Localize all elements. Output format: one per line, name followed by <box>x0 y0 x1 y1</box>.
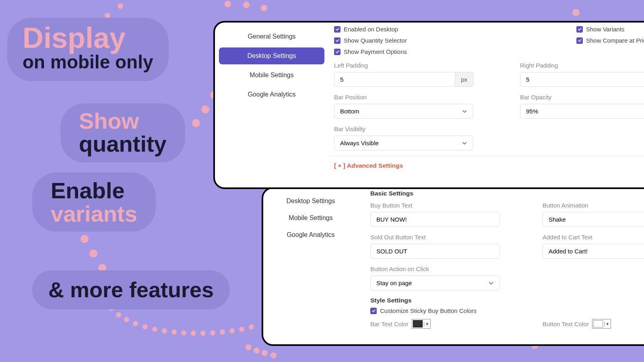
check-icon <box>334 49 341 55</box>
btn-animation-label: Button Animation <box>543 202 644 209</box>
checkbox-show-variants[interactable]: Show Variants <box>576 26 644 33</box>
pill-show-line1: Show <box>79 110 167 132</box>
sold-out-input[interactable]: SOLD OUT <box>370 244 500 259</box>
settings-window-2: Desktop Settings Mobile Settings Google … <box>262 187 644 346</box>
color-swatch <box>593 320 603 327</box>
btn-animation-input[interactable]: Shake <box>543 212 644 227</box>
buy-btn-text-label: Buy Button Text <box>370 202 500 209</box>
advanced-settings-link[interactable]: [ + ] Advanced Settings <box>334 162 644 169</box>
bar-visibility-select[interactable]: Always Visible <box>334 136 473 150</box>
sidebar-1: General Settings Desktop Settings Mobile… <box>215 23 328 105</box>
pill-display-line1: Display <box>23 23 153 52</box>
nav-google-analytics[interactable]: Google Analytics <box>219 86 324 103</box>
right-padding-label: Right Padding <box>520 62 644 69</box>
settings-window-1: General Settings Desktop Settings Mobile… <box>213 21 644 189</box>
bar-opacity-input[interactable]: 95% <box>520 104 644 119</box>
chevron-down-icon <box>462 140 467 146</box>
dropdown-arrow-icon: ▼ <box>604 322 610 326</box>
nav2-desktop[interactable]: Desktop Settings <box>263 193 358 210</box>
nav-mobile[interactable]: Mobile Settings <box>219 67 324 84</box>
left-padding-label: Left Padding <box>334 62 473 69</box>
btn-action-label: Button Action on Click <box>370 265 500 272</box>
check-icon <box>370 308 377 314</box>
chevron-down-icon <box>462 109 467 114</box>
nav2-mobile[interactable]: Mobile Settings <box>263 210 358 226</box>
bar-text-color-picker[interactable]: ▼ <box>412 319 431 329</box>
nav-desktop[interactable]: Desktop Settings <box>219 47 324 64</box>
checkbox-show-quantity[interactable]: Show Quantity Selector <box>334 37 473 44</box>
checkbox-show-compare[interactable]: Show Compare at Price <box>576 37 644 44</box>
btn-text-color-label: Button Text Color <box>543 321 589 327</box>
checkbox-enabled-desktop[interactable]: Enabled on Desktop <box>334 26 473 33</box>
bar-visibility-label: Bar Visibilty <box>334 125 473 132</box>
dropdown-arrow-icon: ▼ <box>424 322 429 326</box>
pill-display-line2: on mobile only <box>23 52 153 72</box>
chevron-down-icon <box>488 280 494 286</box>
sold-out-label: Sold Out Button Text <box>370 234 500 241</box>
added-to-cart-label: Added to Cart Text <box>543 234 644 241</box>
btn-text-color-picker[interactable]: ▼ <box>592 319 611 329</box>
bar-position-select[interactable]: Bottom <box>334 104 473 119</box>
checkbox-show-payment[interactable]: Show Payment Options <box>334 48 473 55</box>
pill-show-line2: quantity <box>79 132 167 156</box>
unit-px: px <box>455 72 473 87</box>
nav2-google-analytics[interactable]: Google Analytics <box>263 226 358 243</box>
check-icon <box>334 26 341 33</box>
checkbox-customize-colors[interactable]: Customize Sticky Buy Button Colors <box>370 307 644 314</box>
pill-more-features: & more features <box>48 278 214 301</box>
check-icon <box>576 26 583 33</box>
pill-enable-line1: Enable <box>51 179 137 203</box>
nav-general[interactable]: General Settings <box>219 28 324 45</box>
basic-settings-title: Basic Settings <box>370 190 644 197</box>
pill-enable-line2: variants <box>51 203 137 225</box>
bar-position-label: Bar Position <box>334 94 473 101</box>
bar-text-color-label: Bar Text Color <box>370 321 409 327</box>
check-icon <box>334 37 341 44</box>
check-icon <box>576 37 583 44</box>
btn-action-select[interactable]: Stay on page <box>370 276 500 290</box>
style-settings-title: Style Settings <box>370 297 644 304</box>
color-swatch <box>413 320 423 327</box>
right-padding-input[interactable]: 5 <box>520 72 644 87</box>
left-padding-input[interactable]: 5 <box>334 72 455 87</box>
added-to-cart-input[interactable]: Added to Cart! <box>543 244 644 259</box>
bar-opacity-label: Bar Opacity <box>520 94 644 101</box>
buy-btn-text-input[interactable]: BUY NOW! <box>370 212 500 227</box>
sidebar-2: Desktop Settings Mobile Settings Google … <box>263 189 358 243</box>
